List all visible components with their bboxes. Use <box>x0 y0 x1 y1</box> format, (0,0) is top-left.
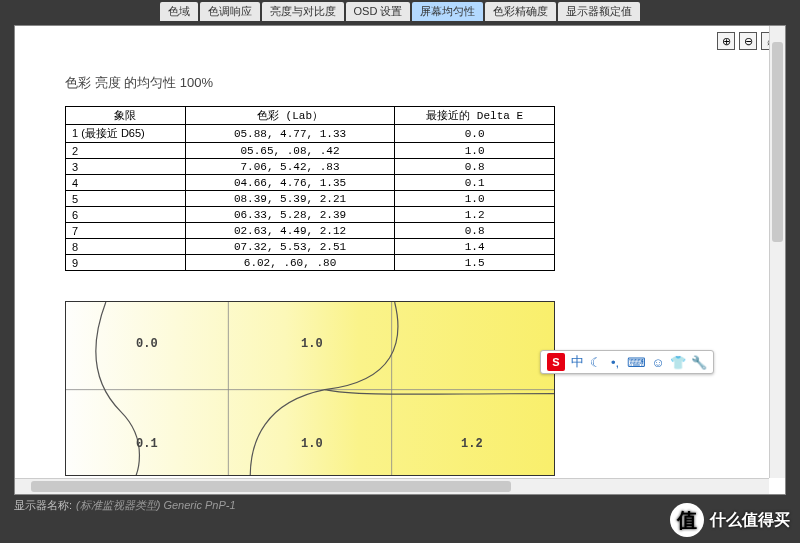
tab-gamut[interactable]: 色域 <box>160 2 198 21</box>
watermark-text: 什么值得买 <box>710 510 790 531</box>
cell-label: 1.0 <box>301 437 323 451</box>
ime-lang-toggle[interactable]: 中 <box>570 353 584 371</box>
tab-color-accuracy[interactable]: 色彩精确度 <box>485 2 556 21</box>
watermark: 值 什么值得买 <box>670 503 790 537</box>
ime-toolbar[interactable]: S 中 ☾ •, ⌨ ☺ 👕 🔧 <box>540 350 714 374</box>
uniformity-heatmap: 0.0 1.0 0.1 1.0 1.2 <box>65 301 555 476</box>
tab-uniformity[interactable]: 屏幕均匀性 <box>412 2 483 21</box>
tab-bar: 色域 色调响应 亮度与对比度 OSD 设置 屏幕均匀性 色彩精确度 显示器额定值 <box>0 0 800 21</box>
watermark-badge-icon: 值 <box>670 503 704 537</box>
zoom-out-button[interactable]: ⊖ <box>739 32 757 50</box>
table-row: 205.65, .08, .421.0 <box>66 143 555 159</box>
sogou-logo-icon[interactable]: S <box>547 353 565 371</box>
scrollbar-thumb[interactable] <box>772 42 783 242</box>
ime-skin-icon[interactable]: 👕 <box>670 355 686 370</box>
section-heading: 色彩 亮度 的均匀性 100% <box>65 74 735 92</box>
status-bar: 显示器名称: (标准监视器类型) Generic PnP-1 <box>14 498 236 513</box>
table-row: 606.33, 5.28, 2.391.2 <box>66 207 555 223</box>
table-row: 404.66, 4.76, 1.350.1 <box>66 175 555 191</box>
ime-moon-icon[interactable]: ☾ <box>589 355 603 370</box>
cell-label: 1.0 <box>301 337 323 351</box>
table-row: 3 7.06, 5.42, .830.8 <box>66 159 555 175</box>
table-row: 1 (最接近 D65)05.88, 4.77, 1.330.0 <box>66 125 555 143</box>
ime-punct-toggle[interactable]: •, <box>608 355 622 370</box>
table-row: 702.63, 4.49, 2.120.8 <box>66 223 555 239</box>
table-row: 9 6.02, .60, .801.5 <box>66 255 555 271</box>
cell-label: 1.2 <box>461 437 483 451</box>
table-body: 1 (最接近 D65)05.88, 4.77, 1.330.0 205.65, … <box>66 125 555 271</box>
monitor-name: (标准监视器类型) Generic PnP-1 <box>76 498 236 513</box>
tab-monitor-rating[interactable]: 显示器额定值 <box>558 2 640 21</box>
th-lab: 色彩 (Lab） <box>185 107 395 125</box>
content-frame: ⊕ ⊖ ⌕ 色彩 亮度 的均匀性 100% 象限 色彩 (Lab） 最接近的 D… <box>14 25 786 495</box>
zoom-in-button[interactable]: ⊕ <box>717 32 735 50</box>
ime-keyboard-icon[interactable]: ⌨ <box>627 355 646 370</box>
scrollbar-thumb[interactable] <box>31 481 511 492</box>
uniformity-table: 象限 色彩 (Lab） 最接近的 Delta E 1 (最接近 D65)05.8… <box>65 106 555 271</box>
ime-emoji-icon[interactable]: ☺ <box>651 355 665 370</box>
horizontal-scrollbar[interactable] <box>15 478 769 494</box>
table-row: 807.32, 5.53, 2.511.4 <box>66 239 555 255</box>
cell-label: 0.1 <box>136 437 158 451</box>
table-row: 508.39, 5.39, 2.211.0 <box>66 191 555 207</box>
cell-label: 0.0 <box>136 337 158 351</box>
th-deltae: 最接近的 Delta E <box>395 107 555 125</box>
report-body: 色彩 亮度 的均匀性 100% 象限 色彩 (Lab） 最接近的 Delta E… <box>15 26 785 494</box>
tab-tone-response[interactable]: 色调响应 <box>200 2 260 21</box>
tab-brightness-contrast[interactable]: 亮度与对比度 <box>262 2 344 21</box>
vertical-scrollbar[interactable] <box>769 26 785 478</box>
ime-settings-icon[interactable]: 🔧 <box>691 355 707 370</box>
status-label: 显示器名称: <box>14 498 72 513</box>
th-quadrant: 象限 <box>66 107 186 125</box>
tab-osd-settings[interactable]: OSD 设置 <box>346 2 411 21</box>
